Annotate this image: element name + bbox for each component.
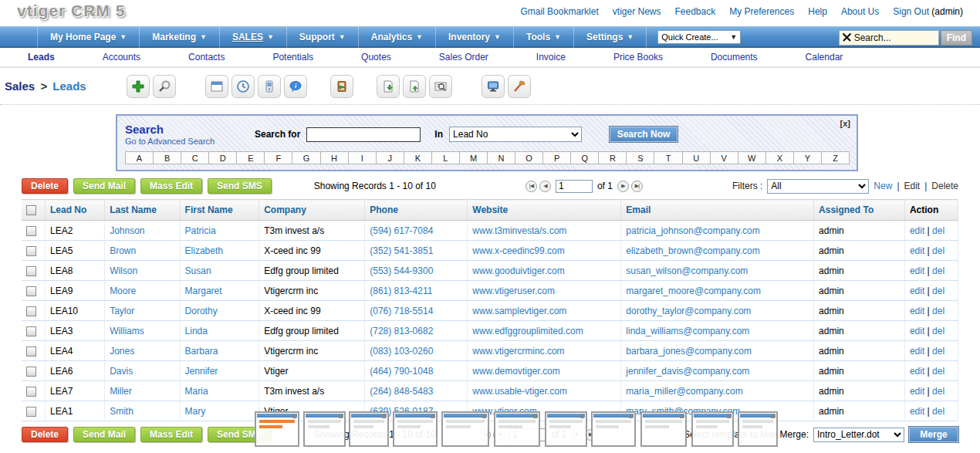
column-header-first-name[interactable]: First Name xyxy=(180,200,259,221)
alphabet-letter[interactable]: W xyxy=(738,151,766,164)
search-for-input[interactable] xyxy=(306,127,421,142)
send-sms-button[interactable]: Send SMS xyxy=(208,178,272,194)
row-checkbox[interactable] xyxy=(26,226,36,236)
subnav-item[interactable]: Leads xyxy=(0,52,75,63)
del-link[interactable]: del xyxy=(932,366,945,377)
first-name-link[interactable]: Maria xyxy=(185,386,208,397)
alphabet-letter[interactable]: T xyxy=(654,151,682,164)
email-link[interactable]: dorothy_taylor@company.com xyxy=(626,306,751,316)
row-checkbox[interactable] xyxy=(26,367,36,377)
alphabet-letter[interactable]: Q xyxy=(570,151,599,164)
sign-out-link[interactable]: Sign Out (admin) xyxy=(893,6,963,17)
last-name-link[interactable]: Moore xyxy=(110,286,136,296)
phone-link[interactable]: (083) 103-0260 xyxy=(370,346,433,357)
first-name-link[interactable]: Elizabeth xyxy=(185,245,223,256)
chat-icon[interactable]: i xyxy=(284,75,307,98)
phone-link[interactable]: (861) 813-4211 xyxy=(370,286,432,296)
subnav-item[interactable]: Potentials xyxy=(245,52,333,63)
merge-button[interactable]: Merge xyxy=(909,427,958,442)
window-thumbnail[interactable] xyxy=(349,411,389,447)
del-link[interactable]: del xyxy=(932,406,945,417)
calendar-icon[interactable] xyxy=(205,75,228,98)
last-name-link[interactable]: Davis xyxy=(110,366,133,377)
alphabet-letter[interactable]: M xyxy=(459,151,488,164)
top-link[interactable]: vtiger News xyxy=(613,6,661,17)
alphabet-letter[interactable]: V xyxy=(710,151,738,164)
edit-link[interactable]: edit xyxy=(910,245,924,256)
row-checkbox[interactable] xyxy=(26,306,36,316)
website-link[interactable]: www.demovtiger.com xyxy=(472,366,559,377)
email-link[interactable]: margaret_moore@company.com xyxy=(626,286,761,296)
email-link[interactable]: patricia_johnson@company.com xyxy=(626,225,759,236)
first-name-link[interactable]: Mary xyxy=(185,406,206,417)
website-link[interactable]: www.vtigercrminc.com xyxy=(472,346,564,357)
alphabet-letter[interactable]: D xyxy=(208,151,237,164)
del-link[interactable]: del xyxy=(932,286,945,296)
edit-link[interactable]: edit xyxy=(910,326,924,336)
subnav-item[interactable]: Quotes xyxy=(333,52,411,63)
email-link[interactable]: linda_williams@company.com xyxy=(626,326,749,336)
phone-link[interactable]: (464) 790-1048 xyxy=(370,366,433,377)
del-link[interactable]: del xyxy=(932,245,945,256)
email-link[interactable]: susan_wilson@company.com xyxy=(626,265,748,276)
subnav-item[interactable]: Accounts xyxy=(75,52,161,63)
subnav-item[interactable]: Calendar xyxy=(778,52,863,63)
email-link[interactable]: barbara_jones@company.com xyxy=(626,346,752,357)
del-link[interactable]: del xyxy=(932,306,945,316)
next-page-icon[interactable]: ▶ xyxy=(617,181,629,192)
select-all-checkbox[interactable] xyxy=(26,205,36,215)
row-checkbox[interactable] xyxy=(26,286,36,296)
first-name-link[interactable]: Linda xyxy=(185,326,208,336)
filter-delete-link[interactable]: Delete xyxy=(931,181,958,191)
first-name-link[interactable]: Margaret xyxy=(185,286,222,296)
row-checkbox[interactable] xyxy=(26,347,36,357)
alphabet-letter[interactable]: I xyxy=(348,151,377,164)
alphabet-letter[interactable]: O xyxy=(515,151,543,164)
top-link[interactable]: Feedback xyxy=(674,6,715,17)
alphabet-letter[interactable]: X xyxy=(765,151,794,164)
email-link[interactable]: elizabeth_brown@company.com xyxy=(626,245,759,256)
first-name-link[interactable]: Patricia xyxy=(185,225,216,236)
alphabet-letter[interactable]: F xyxy=(264,151,292,164)
nav-menu-item[interactable]: Marketing ▼ xyxy=(139,26,219,48)
row-checkbox[interactable] xyxy=(26,266,36,276)
row-checkbox[interactable] xyxy=(26,326,36,336)
window-thumbnail[interactable] xyxy=(255,411,299,447)
first-name-link[interactable]: Barbara xyxy=(185,346,218,357)
window-thumbnail[interactable] xyxy=(591,411,636,447)
alphabet-letter[interactable]: J xyxy=(376,151,404,164)
first-page-icon[interactable]: |◀ xyxy=(525,181,537,192)
phone-link[interactable]: (553) 544-9300 xyxy=(370,265,433,276)
nav-menu-item[interactable]: Analytics ▼ xyxy=(358,26,435,48)
clipboard-import-icon[interactable] xyxy=(330,75,353,98)
window-thumbnail[interactable] xyxy=(303,411,346,447)
row-checkbox[interactable] xyxy=(26,407,36,417)
nav-menu-item[interactable]: Support ▼ xyxy=(286,26,358,48)
prev-page-icon[interactable]: ◀ xyxy=(539,181,551,192)
close-search-panel-link[interactable]: [x] xyxy=(840,119,850,128)
top-link[interactable]: About Us xyxy=(841,6,879,17)
window-thumbnail[interactable] xyxy=(691,411,734,447)
alphabet-letter[interactable]: L xyxy=(431,151,460,164)
window-thumbnail[interactable] xyxy=(640,411,687,447)
edit-link[interactable]: edit xyxy=(910,366,924,377)
settings-tools-icon[interactable] xyxy=(508,75,531,98)
column-header-company[interactable]: Company xyxy=(259,200,365,221)
send-mail-button[interactable]: Send Mail xyxy=(73,178,135,194)
search-leads-icon[interactable] xyxy=(153,75,176,98)
last-name-link[interactable]: Smith xyxy=(110,406,133,417)
edit-link[interactable]: edit xyxy=(910,386,924,397)
last-page-icon[interactable]: ▶| xyxy=(631,181,643,192)
page-number-input[interactable] xyxy=(556,180,593,193)
alphabet-letter[interactable]: K xyxy=(404,151,432,164)
column-header-website[interactable]: Website xyxy=(468,200,621,221)
send-mail-button-bottom[interactable]: Send Mail xyxy=(73,427,135,442)
alphabet-letter[interactable]: Z xyxy=(821,151,850,164)
breadcrumb-module[interactable]: Sales xyxy=(5,79,35,93)
last-name-link[interactable]: Johnson xyxy=(110,225,144,236)
top-link[interactable]: My Preferences xyxy=(729,6,794,17)
website-link[interactable]: www.t3minvesta/s.com xyxy=(472,225,566,236)
website-link[interactable]: www.usable-vtiger.com xyxy=(472,386,567,397)
last-name-link[interactable]: Wilson xyxy=(110,265,137,276)
website-link[interactable]: www.samplevtiger.com xyxy=(472,306,566,316)
